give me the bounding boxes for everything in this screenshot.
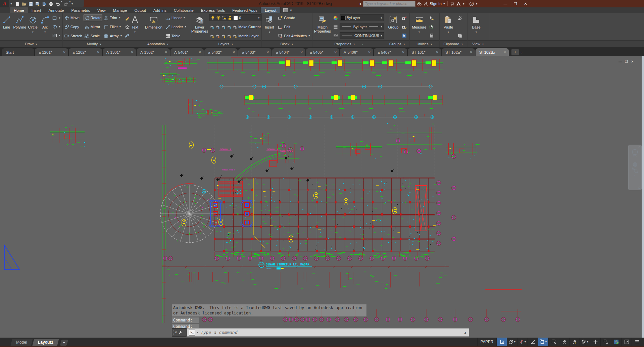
file-tab-a-5402-[interactable]: a-5402*✕ — [204, 48, 238, 56]
insert-button[interactable]: Insert▼ — [263, 14, 276, 40]
tab-close-icon[interactable]: ✕ — [504, 50, 506, 54]
model-tab[interactable]: Model — [11, 339, 33, 346]
file-tab-a-5404-[interactable]: a-5404*✕ — [272, 48, 305, 56]
cleanscreen-toggle[interactable] — [621, 338, 632, 346]
file-tab-st102bx[interactable]: ST102Bx✕ — [476, 48, 509, 56]
paper-space-toggle[interactable]: PAPER — [477, 338, 496, 346]
tab-close-icon[interactable]: ✕ — [470, 50, 473, 54]
cut-button[interactable] — [457, 15, 463, 21]
tab-overflow-icon[interactable]: ⌄ — [519, 49, 524, 55]
circle-button[interactable]: Circle▼ — [27, 14, 39, 40]
customize-wrench-icon[interactable] — [178, 331, 182, 335]
gperf-toggle[interactable] — [611, 338, 621, 346]
qsaveas-button[interactable] — [34, 0, 41, 7]
search-icon[interactable] — [417, 1, 422, 6]
xplus-toggle[interactable] — [590, 338, 600, 346]
layer-color-swatch[interactable] — [233, 16, 238, 20]
isolate-toggle[interactable] — [600, 338, 611, 346]
file-tab-a-5406-[interactable]: A-5406*✕ — [340, 48, 373, 56]
layer-dropdown-icon[interactable]: ▼ — [258, 17, 260, 19]
layer-thaw-icon[interactable] — [216, 15, 221, 20]
command-expand-icon[interactable]: ▲ — [464, 331, 467, 334]
panel-label-layers[interactable]: Layers▼ — [190, 40, 261, 47]
ribbon-tab-add-ins[interactable]: Add-ins — [150, 7, 170, 13]
tab-close-icon[interactable]: ✕ — [402, 50, 405, 54]
new-layout-button[interactable]: + — [60, 340, 68, 346]
autodesk-app-icon[interactable] — [456, 1, 461, 6]
rectangle-button[interactable]: ▼ — [52, 15, 61, 21]
annvis-toggle[interactable] — [559, 338, 569, 346]
file-tab-a-1302-[interactable]: A-1302*✕ — [137, 48, 170, 56]
panel-label-modify[interactable]: Modify▼ — [63, 40, 126, 47]
qplot-button[interactable] — [48, 0, 54, 7]
ribbon-tab-express-tools[interactable]: Express Tools — [197, 7, 229, 13]
panel-label-utilities[interactable]: Utilities▼ — [410, 40, 439, 47]
stretch-button[interactable]: Stretch — [64, 33, 83, 39]
copy-button[interactable]: Copy — [64, 23, 83, 30]
tab-close-icon[interactable]: ✕ — [300, 50, 303, 54]
rotate-button[interactable]: Rotate — [84, 14, 102, 21]
drawing-canvas[interactable]: POTONGAN - BPOTONGAN - DTANGGA TYPE 9TAN… — [0, 56, 644, 338]
layer-on-icon[interactable] — [210, 15, 215, 20]
navbar-more-icon[interactable]: ▼ — [634, 174, 636, 177]
drag-handle-icon[interactable] — [173, 330, 174, 335]
file-tab-a-1201-[interactable]: a-1201*✕ — [35, 48, 68, 56]
app-store-icon[interactable] — [450, 1, 455, 6]
app-menu-button[interactable]: A — [0, 0, 9, 7]
file-tab-st-102a-[interactable]: ST-102a*✕ — [442, 48, 475, 56]
arc-button[interactable]: Arc▼ — [40, 14, 51, 40]
ribbon-tab-home[interactable]: Home — [10, 7, 28, 13]
autodesk-app-arrow-icon[interactable]: ▼ — [462, 3, 465, 5]
group-edit-button[interactable] — [401, 23, 407, 30]
ribbon-tab-output[interactable]: Output — [131, 7, 150, 13]
otrack-toggle[interactable] — [528, 338, 538, 346]
move-button[interactable]: Move — [64, 14, 83, 21]
panel-label-view[interactable]: View▼ — [467, 40, 489, 47]
quick-calc-button[interactable] — [429, 32, 435, 39]
select-similar-button[interactable] — [429, 23, 435, 30]
file-tab-a-1301-[interactable]: A-1301*✕ — [103, 48, 136, 56]
layer-unlock-icon[interactable] — [228, 15, 232, 20]
app-menu-arrow-icon[interactable]: ▼ — [10, 3, 12, 5]
tab-close-icon[interactable]: ✕ — [266, 50, 269, 54]
ribbon-tab-manage[interactable]: Manage — [109, 7, 131, 13]
tab-close-icon[interactable]: ✕ — [199, 50, 201, 54]
tab-close-icon[interactable]: ✕ — [436, 50, 439, 54]
leader-button[interactable]: Leader▼ — [165, 23, 187, 30]
copy-clip-button[interactable] — [457, 32, 463, 39]
file-tab-a-5407-[interactable]: a-5407*✕ — [374, 48, 407, 56]
file-tab-a-1202-[interactable]: a-1202*✕ — [69, 48, 102, 56]
array-button[interactable]: Array▼ — [103, 33, 123, 39]
selcycle-toggle[interactable] — [548, 338, 559, 346]
snap-toggle[interactable] — [496, 338, 507, 346]
qundo-arrow-icon[interactable]: ▼ — [60, 0, 63, 7]
qredo-arrow-icon[interactable]: ▼ — [69, 0, 71, 7]
dimension-button[interactable]: Dimension — [144, 14, 164, 40]
tab-close-icon[interactable]: ✕ — [334, 50, 337, 54]
trim-button[interactable]: Trim▼ — [103, 14, 123, 21]
lineweight-select[interactable]: ByLayer▼ — [340, 23, 384, 30]
text-button[interactable]: Text▼ — [127, 14, 143, 40]
autoscale-toggle[interactable] — [569, 338, 580, 346]
layer-properties-button[interactable]: Layer Properties — [191, 14, 208, 40]
quick-select-button[interactable] — [429, 15, 435, 21]
new-drawing-tab-button[interactable]: + — [511, 49, 519, 55]
navbar-close-icon[interactable]: ✕ — [637, 145, 641, 149]
layout-restore-icon[interactable]: ❐ — [625, 60, 628, 64]
panel-label-properties[interactable]: Properties▼⌟ — [312, 40, 385, 47]
file-tab-start[interactable]: Start — [2, 48, 34, 56]
tab-close-icon[interactable]: ✕ — [97, 50, 100, 54]
tab-close-icon[interactable]: ✕ — [165, 50, 167, 54]
panel-label-block[interactable]: Block▼ — [262, 40, 312, 47]
lineweight-button[interactable] — [333, 23, 339, 30]
fillet-button[interactable]: Fillet▼ — [103, 23, 123, 30]
ribbon-tab-collaborate[interactable]: Collaborate — [170, 7, 197, 13]
ribbon-tab-view[interactable]: View — [94, 7, 109, 13]
tab-close-icon[interactable]: ✕ — [368, 50, 371, 54]
restore-button[interactable]: ❐ — [512, 1, 519, 7]
polar-toggle[interactable]: ▼ — [507, 338, 517, 346]
close-button[interactable]: ✕ — [522, 1, 529, 7]
help-icon[interactable]: ? — [469, 1, 474, 6]
vertical-scrollbar[interactable] — [642, 56, 644, 338]
edit-block-button[interactable]: Edit — [277, 23, 311, 30]
